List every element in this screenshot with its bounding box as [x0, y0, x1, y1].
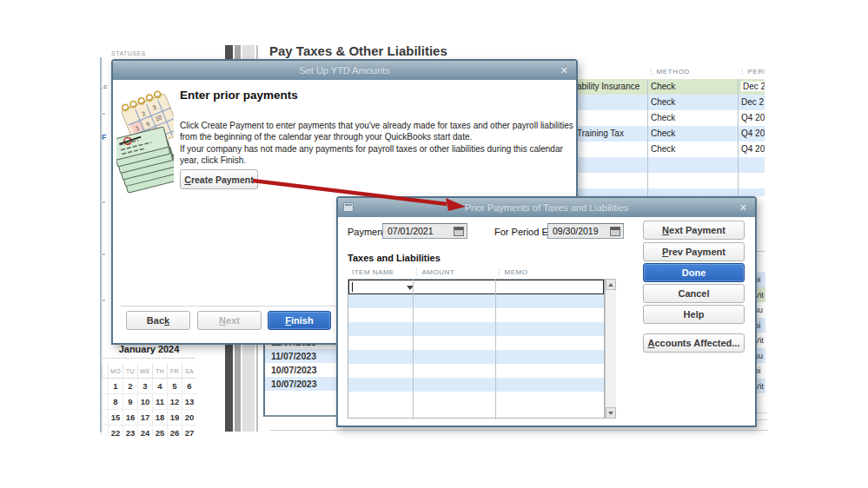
calendar-day[interactable]: 6 — [182, 379, 196, 394]
dialog-body-text: year, click Finish. — [180, 155, 246, 167]
calendar-divider — [103, 358, 195, 359]
table-row[interactable]: Check Q4 20 — [574, 110, 765, 126]
calendar-clipped-column — [102, 379, 108, 394]
column-divider — [495, 280, 496, 419]
scroll-down-icon[interactable] — [606, 407, 616, 419]
column-grip-icon: ⋮ — [739, 68, 746, 76]
method-column-header: ⋮METHOD — [647, 68, 690, 76]
payment-date-field[interactable]: 07/01/2021 — [382, 223, 467, 239]
table-row[interactable] — [574, 188, 765, 196]
close-icon[interactable]: ✕ — [560, 61, 568, 80]
statuses-label: STATUSES — [111, 50, 146, 56]
dialog-body-text: Click Create Payment to enter payments t… — [180, 120, 573, 132]
calendar-day[interactable]: 16 — [123, 410, 137, 425]
memo-column-header: ⋮MEMO — [495, 268, 527, 276]
grid-active-row[interactable] — [348, 280, 604, 294]
date-row[interactable]: 10/07/2023 — [265, 377, 338, 391]
grid-row[interactable] — [348, 308, 604, 322]
column-divider — [647, 79, 648, 196]
payment-date-value: 07/01/2021 — [383, 226, 454, 236]
table-row[interactable] — [574, 157, 765, 173]
prev-payment-button[interactable]: Prev Payment — [643, 242, 745, 261]
done-button[interactable]: Done — [643, 263, 745, 282]
calendar-day[interactable]: 5 — [167, 379, 182, 394]
calendar-day-header: SA — [182, 364, 196, 379]
calendar-month-title: January 2024 — [102, 344, 196, 354]
calendar-day[interactable]: 17 — [137, 410, 152, 425]
calendar-day[interactable]: 13 — [182, 394, 196, 410]
period-column-header: ⋮PERIOD — [739, 68, 765, 76]
horizontal-separator — [269, 430, 768, 431]
grid-row[interactable] — [348, 378, 604, 392]
calendar-day[interactable]: 19 — [167, 410, 182, 425]
edge-tick — [100, 300, 105, 301]
date-row[interactable]: 10/07/2023 — [265, 363, 338, 377]
calendar-day[interactable]: 9 — [123, 394, 137, 410]
calendar-icon[interactable] — [454, 227, 464, 236]
calendar-day[interactable]: 22 — [108, 425, 123, 436]
window-icon[interactable] — [343, 202, 354, 212]
dialog-title: Prior Payments of Taxes and Liabilities — [338, 198, 755, 217]
table-row[interactable]: Training Tax Check Q4 20 — [574, 126, 765, 142]
table-row[interactable]: ability Insurance Check Dec 2 — [574, 79, 765, 95]
grid-row[interactable] — [348, 392, 604, 406]
calendar-day-header: TU — [123, 364, 137, 379]
calendar-icon[interactable] — [610, 227, 620, 236]
calendar-day[interactable]: 10 — [137, 394, 152, 410]
period-ending-field[interactable]: 09/30/2019 — [547, 223, 624, 239]
next-payment-button[interactable]: Next Payment — [643, 221, 745, 240]
calendar-day[interactable]: 4 — [152, 379, 167, 394]
grid-row[interactable] — [348, 364, 604, 378]
calendar-clipped-column — [102, 394, 108, 410]
liabilities-table: ⋮METHOD ⋮PERIOD ability Insurance Check … — [574, 64, 765, 196]
calendar-day[interactable]: 23 — [123, 425, 137, 436]
table-row[interactable] — [574, 173, 765, 188]
calendar-day[interactable]: 25 — [152, 425, 167, 436]
close-icon[interactable]: ✕ — [739, 198, 747, 217]
calendar-day[interactable]: 11 — [152, 394, 167, 410]
grid-scrollbar[interactable] — [605, 279, 616, 419]
grid-row[interactable] — [348, 294, 604, 308]
edge-tick — [100, 201, 105, 203]
dialog-heading: Enter prior payments — [180, 89, 298, 102]
create-payment-button[interactable]: Create Payment — [180, 169, 258, 189]
back-button[interactable]: Back — [126, 311, 190, 330]
calendar-day[interactable]: 24 — [137, 425, 152, 436]
calendar-day[interactable]: 12 — [167, 394, 182, 410]
accounts-affected-button[interactable]: Accounts Affected... — [643, 333, 745, 353]
setup-ytd-titlebar[interactable]: Set Up YTD Amounts ✕ — [113, 61, 576, 81]
page-title: Pay Taxes & Other Liabilities — [269, 43, 447, 58]
grid-row[interactable] — [348, 350, 604, 364]
grid-row[interactable] — [348, 336, 604, 350]
calendar-day[interactable]: 1 — [108, 379, 123, 394]
date-row[interactable]: 11/07/2023 — [265, 349, 338, 363]
column-divider — [413, 280, 414, 419]
calendar-day[interactable]: 3 — [137, 379, 152, 394]
grid-row[interactable] — [348, 322, 604, 336]
dialog-body-text: If your company has not made any payment… — [180, 143, 563, 155]
screenshot-canvas: STATUSES .c F Pay Taxes & Other Liabilit… — [0, 0, 868, 488]
calendar-day[interactable]: 8 — [108, 394, 123, 410]
table-row[interactable]: Check Q4 20 — [574, 142, 765, 157]
prior-payments-titlebar[interactable]: Prior Payments of Taxes and Liabilities … — [338, 198, 755, 218]
calendar-day[interactable]: 26 — [167, 425, 182, 436]
help-button[interactable]: Help — [643, 305, 745, 324]
calendar-day[interactable]: 2 — [123, 379, 137, 394]
cancel-button[interactable]: Cancel — [643, 284, 745, 303]
mini-calendar: January 2024 MO TU WE TH FR SA 1 2 3 4 5… — [102, 342, 199, 436]
date-row[interactable] — [265, 391, 338, 405]
finish-button[interactable]: Finish — [268, 311, 331, 330]
scroll-up-icon[interactable] — [606, 279, 616, 290]
dialog-body-text: from the beginning of the calendar year … — [180, 131, 472, 143]
calendar-day[interactable]: 15 — [108, 410, 123, 425]
calendar-day-header: FR — [167, 364, 182, 379]
calendar-clipped-column — [102, 410, 108, 425]
table-row[interactable]: Check Dec 2 — [574, 95, 765, 110]
calendar-clipped-column — [102, 425, 108, 436]
next-button[interactable]: Next — [197, 311, 262, 330]
calendar-day[interactable]: 18 — [152, 410, 167, 425]
calendar-day[interactable]: 20 — [182, 410, 196, 425]
payment-dates-panel: 11/07/2023 11/07/2023 10/07/2023 10/07/2… — [263, 335, 338, 417]
calendar-day[interactable]: 27 — [182, 425, 196, 436]
calendar-checks-illustration: 1 2 3 9 10 16 — [116, 82, 174, 204]
